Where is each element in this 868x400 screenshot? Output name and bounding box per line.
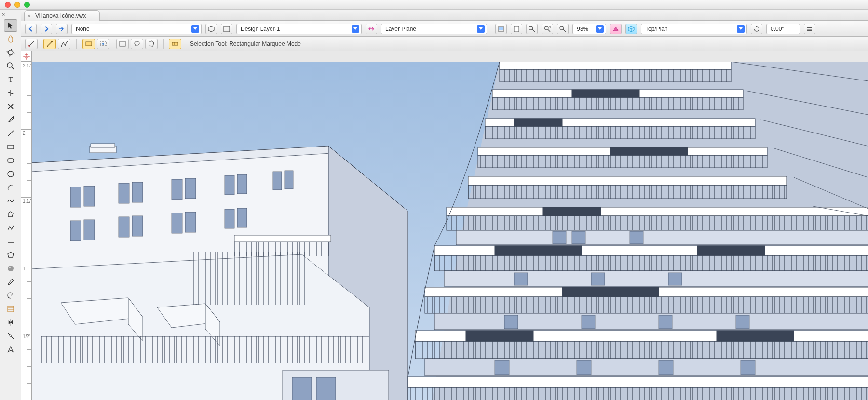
svg-rect-71: [70, 221, 81, 241]
class-visibility-button[interactable]: [205, 24, 217, 34]
svg-rect-127: [572, 231, 585, 244]
saved-views-button[interactable]: [495, 24, 507, 34]
arc-tool[interactable]: [4, 181, 17, 194]
svg-rect-42: [86, 42, 92, 46]
svg-point-18: [10, 335, 12, 337]
snap-mode-button[interactable]: [25, 39, 38, 49]
ruler-origin[interactable]: [21, 51, 32, 62]
wall-component-mode[interactable]: [169, 39, 181, 49]
svg-rect-104: [468, 176, 787, 185]
next-view-button[interactable]: [41, 24, 52, 34]
circle-tool[interactable]: [4, 168, 17, 180]
marquee-cross-mode[interactable]: [97, 39, 109, 49]
zoom-tool[interactable]: [4, 60, 17, 72]
svg-rect-76: [185, 212, 196, 232]
projection-button[interactable]: [625, 24, 637, 34]
fit-page-button[interactable]: [511, 24, 522, 34]
close-window-button[interactable]: [5, 2, 11, 8]
prev-view-button[interactable]: [25, 24, 37, 34]
svg-rect-39: [63, 42, 64, 43]
svg-rect-68: [237, 174, 247, 194]
multi-select-mode[interactable]: [58, 39, 70, 49]
svg-rect-132: [504, 315, 518, 329]
split-tool[interactable]: [4, 87, 17, 99]
svg-rect-70: [285, 171, 293, 189]
layer-select[interactable]: Design Layer-1: [236, 24, 362, 34]
svg-rect-25: [529, 27, 532, 29]
palette-close-icon[interactable]: ×: [0, 12, 5, 18]
sphere-tool[interactable]: [4, 262, 17, 275]
svg-rect-78: [237, 208, 247, 227]
svg-rect-10: [8, 159, 14, 162]
pan-tool[interactable]: [4, 33, 17, 45]
tool-mode-bar: Selection Tool: Rectangular Marquee Mode: [21, 37, 868, 51]
svg-rect-135: [736, 315, 749, 329]
drawing-canvas[interactable]: [32, 62, 868, 400]
svg-rect-91: [316, 377, 336, 400]
double-line-tool[interactable]: [4, 235, 17, 248]
layer-link-button[interactable]: [366, 24, 377, 34]
svg-rect-22: [514, 26, 519, 32]
svg-rect-72: [84, 220, 95, 240]
zoom-window-button[interactable]: [24, 2, 30, 8]
flyover-tool[interactable]: [4, 46, 17, 59]
zoom-select[interactable]: 93%: [572, 24, 606, 34]
rotation-value: 0.00°: [771, 26, 784, 32]
paint-tool[interactable]: [4, 276, 17, 288]
svg-rect-125: [408, 387, 868, 400]
plane-select[interactable]: Layer Plane: [381, 24, 487, 34]
standard-view-select[interactable]: Top/Plan: [641, 24, 747, 34]
selection-tool[interactable]: [4, 19, 17, 32]
svg-rect-117: [562, 287, 659, 297]
rotation-field[interactable]: 0.00°: [766, 24, 800, 34]
svg-rect-62: [84, 186, 95, 206]
svg-rect-73: [119, 217, 129, 237]
rectangle-tool[interactable]: [4, 141, 17, 153]
wall-tool[interactable]: [4, 303, 17, 315]
svg-point-14: [9, 267, 11, 268]
zoom-tool-button[interactable]: [557, 24, 569, 34]
render-mode-button[interactable]: [610, 24, 622, 34]
marquee-rect-mode[interactable]: [82, 39, 95, 49]
svg-line-2: [12, 67, 14, 69]
svg-point-28: [560, 26, 564, 30]
document-tab[interactable]: × Villanova Icône.vwx: [24, 10, 100, 21]
toolbar-separator: [491, 24, 491, 34]
svg-rect-103: [610, 147, 688, 155]
fit-objects-button[interactable]: [526, 24, 538, 34]
reshape-tool[interactable]: [4, 330, 17, 342]
polygon-tool[interactable]: [4, 208, 17, 221]
svg-rect-100: [514, 119, 562, 126]
single-select-mode[interactable]: [43, 39, 56, 49]
regular-polygon-tool[interactable]: [4, 249, 17, 261]
ruler-vertical[interactable]: 2.1/2'2'1.1/2'1'1/2'0': [21, 62, 32, 400]
marquee-lasso-mode[interactable]: [131, 39, 143, 49]
rotation-button[interactable]: [751, 24, 762, 34]
marquee-zoom-button[interactable]: [542, 24, 553, 34]
svg-rect-96: [492, 97, 743, 110]
share-view-button[interactable]: [56, 24, 68, 34]
marquee-polygon-mode[interactable]: [145, 39, 158, 49]
class-options-button[interactable]: [221, 24, 232, 34]
minimize-window-button[interactable]: [14, 2, 20, 8]
svg-point-11: [8, 171, 14, 177]
svg-rect-106: [447, 207, 868, 216]
svg-rect-63: [119, 183, 129, 203]
class-select[interactable]: None: [71, 24, 202, 34]
pen-tool[interactable]: [4, 343, 17, 356]
eyedropper-tool[interactable]: [4, 114, 17, 126]
line-tool[interactable]: [4, 127, 17, 140]
rounded-rect-tool[interactable]: [4, 154, 17, 167]
text-tool[interactable]: T: [4, 73, 17, 86]
rotation-menu-button[interactable]: [804, 24, 815, 34]
polyline-tool[interactable]: [4, 222, 17, 234]
spiral-tool[interactable]: [4, 289, 17, 302]
mirror-tool[interactable]: [4, 316, 17, 329]
svg-rect-120: [415, 341, 868, 359]
delete-tool[interactable]: [4, 100, 17, 113]
freehand-tool[interactable]: [4, 195, 17, 207]
document-tab-bar: × Villanova Icône.vwx: [21, 10, 868, 21]
marquee-enclosed-mode[interactable]: [116, 39, 129, 49]
close-tab-icon[interactable]: ×: [27, 13, 30, 19]
svg-rect-118: [434, 313, 868, 330]
